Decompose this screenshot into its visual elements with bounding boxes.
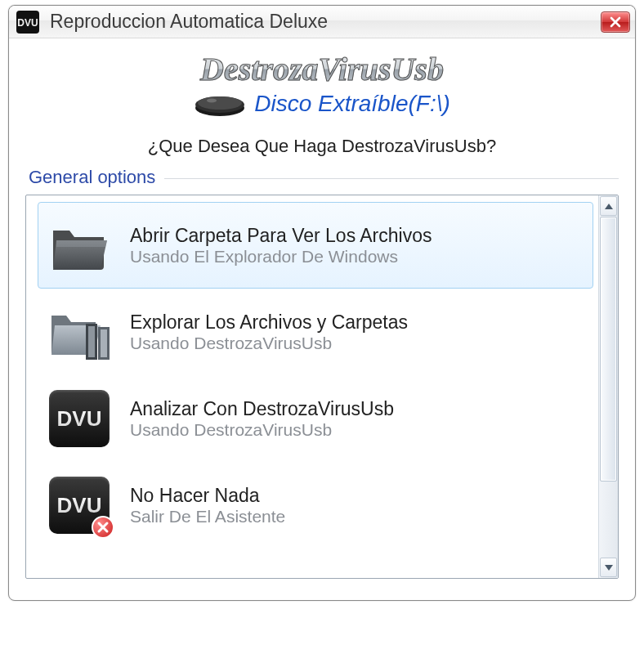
option-text: Abrir Carpeta Para Ver Los Archivos Usan… [130,225,432,267]
option-subtitle: Usando DestrozaVirusUsb [130,420,394,440]
group-divider [164,178,619,179]
dialog-content: DestrozaVirusUsb Disco Extraíble(F:\) ¿Q… [9,38,635,600]
option-subtitle: Salir De El Asistente [130,507,285,526]
cancel-badge-icon [92,516,114,539]
svg-text:DVU: DVU [17,17,38,29]
option-subtitle: Usando DestrozaVirusUsb [130,334,408,353]
svg-rect-8 [88,326,95,357]
svg-point-5 [207,99,217,103]
app-icon: DVU [16,10,40,34]
titlebar[interactable]: DVU Reproduccion Automatica Deluxe [9,6,635,38]
chevron-up-icon [605,204,613,209]
options-listbox: Abrir Carpeta Para Ver Los Archivos Usan… [25,195,619,579]
option-title: Explorar Los Archivos y Carpetas [130,311,408,334]
option-title: Abrir Carpeta Para Ver Los Archivos [130,225,432,247]
dialog-window: DVU Reproduccion Automatica Deluxe Destr… [8,5,636,601]
brand-logo-text: DestrozaVirusUsb [25,50,619,88]
dvu-app-icon: DVU [47,386,112,451]
disk-label: Disco Extraíble(F:\) [254,91,450,117]
general-options-group: General options [25,167,619,579]
scroll-track[interactable] [599,217,618,557]
close-button[interactable] [601,11,630,33]
chevron-down-icon [605,565,613,571]
external-drive-icon [194,90,246,118]
disk-row: Disco Extraíble(F:\) [25,90,619,118]
option-do-nothing[interactable]: DVU No Hacer Nada Salir De El Asistent [38,462,593,549]
svg-point-4 [198,96,242,110]
scrollbar[interactable] [598,195,618,578]
scroll-up-button[interactable] [600,196,617,216]
scroll-down-button[interactable] [600,558,617,577]
brand-header: DestrozaVirusUsb Disco Extraíble(F:\) ¿Q… [25,50,619,157]
options-list: Abrir Carpeta Para Ver Los Archivos Usan… [26,195,598,578]
option-title: Analizar Con DestrozaVirusUsb [130,398,394,420]
scroll-thumb[interactable] [600,217,617,482]
dvu-close-icon: DVU [47,473,112,538]
option-text: Explorar Los Archivos y Carpetas Usando … [130,311,408,353]
option-text: Analizar Con DestrozaVirusUsb Usando Des… [130,398,394,440]
option-open-folder[interactable]: Abrir Carpeta Para Ver Los Archivos Usan… [38,202,593,289]
folder-stack-icon [47,299,112,365]
option-text: No Hacer Nada Salir De El Asistente [130,485,285,526]
prompt-text: ¿Que Desea Que Haga DestrozaVirusUsb? [25,136,619,157]
group-label: General options [25,167,155,188]
close-icon [609,16,622,28]
option-title: No Hacer Nada [130,485,285,507]
option-explore-files[interactable]: Explorar Los Archivos y Carpetas Usando … [38,289,593,375]
svg-rect-9 [101,329,107,357]
option-analyze[interactable]: DVU Analizar Con DestrozaVirusUsb Usando… [38,375,593,462]
window-title: Reproduccion Automatica Deluxe [50,11,601,33]
folder-dark-icon [47,213,112,278]
option-subtitle: Usando El Explorador De Windows [130,247,432,267]
